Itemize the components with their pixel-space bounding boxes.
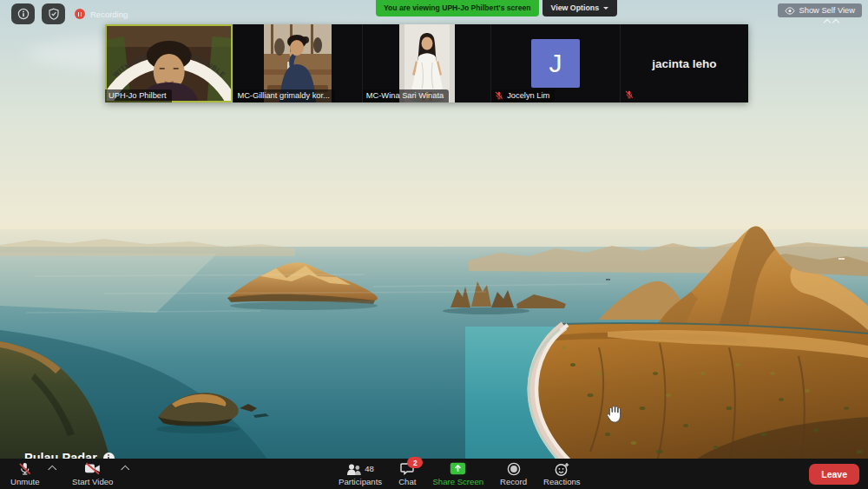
muted-mic-icon bbox=[625, 90, 634, 99]
view-options-label: View Options bbox=[551, 3, 600, 12]
participants-label: Participants bbox=[339, 478, 382, 486]
record-icon bbox=[507, 462, 521, 476]
video-tile-uph-jo-philbert[interactable]: WITH GOD POSSIBLE UPH-Jo Philbert bbox=[105, 24, 233, 102]
view-options-button[interactable]: View Options bbox=[542, 0, 618, 17]
participants-button[interactable]: 48 Participants bbox=[337, 459, 384, 489]
chevron-down-icon bbox=[603, 7, 608, 12]
name-label: MC-Wina Sari Winata bbox=[363, 89, 449, 102]
record-button[interactable]: Record bbox=[498, 459, 529, 489]
reactions-button[interactable]: Reactions bbox=[542, 459, 582, 489]
start-video-button[interactable]: Start Video bbox=[70, 459, 115, 489]
participant-name-centered: jacinta leho bbox=[621, 24, 748, 102]
audio-options-chevron-icon[interactable] bbox=[48, 466, 56, 473]
chat-button[interactable]: 2 Chat bbox=[397, 459, 418, 489]
video-tile-mc-wina[interactable]: MC-Wina Sari Winata bbox=[363, 24, 491, 102]
share-screen-button[interactable]: Share Screen bbox=[431, 459, 485, 489]
info-circle-icon bbox=[17, 8, 30, 20]
show-self-view-button[interactable]: Show Self View bbox=[778, 3, 862, 17]
shield-check-icon bbox=[48, 8, 60, 20]
recording-label: Recording bbox=[90, 10, 128, 19]
video-strip: WITH GOD POSSIBLE UPH-Jo Philbert bbox=[105, 24, 748, 102]
chat-badge: 2 bbox=[407, 457, 423, 468]
mic-muted-icon bbox=[17, 462, 32, 475]
participants-icon bbox=[346, 463, 361, 475]
video-tile-jacinta-leho[interactable]: jacinta leho bbox=[621, 24, 748, 102]
meeting-toolbar: Unmute Start Video bbox=[0, 459, 868, 489]
participants-count: 48 bbox=[365, 462, 374, 475]
share-screen-icon bbox=[450, 462, 466, 475]
avatar: J bbox=[531, 39, 580, 88]
unmute-label: Unmute bbox=[10, 478, 40, 486]
video-options-chevron-icon[interactable] bbox=[122, 466, 129, 473]
show-self-view-label: Show Self View bbox=[799, 6, 855, 15]
share-screen-label: Share Screen bbox=[432, 478, 483, 486]
name-label: UPH-Jo Philbert bbox=[105, 89, 172, 102]
chat-label: Chat bbox=[398, 478, 416, 486]
zoom-meeting-window: Pulau Padar Recording You are viewing UP… bbox=[0, 0, 868, 489]
screen-share-banner-row: You are viewing UPH-Jo Philbert's screen… bbox=[376, 0, 617, 17]
meeting-info-button[interactable] bbox=[11, 3, 35, 24]
recording-icon bbox=[75, 9, 85, 19]
muted-mic-icon bbox=[495, 91, 503, 100]
leave-button[interactable]: Leave bbox=[809, 464, 859, 485]
name-label: MC-Gilliant grimaldy kor... bbox=[233, 89, 334, 102]
record-label: Record bbox=[500, 478, 527, 486]
name-label: Jocelyn Lim bbox=[491, 89, 555, 102]
hand-cursor bbox=[605, 405, 621, 425]
start-video-label: Start Video bbox=[72, 478, 113, 486]
eye-icon bbox=[785, 7, 795, 15]
recording-indicator: Recording bbox=[75, 9, 128, 19]
screen-share-banner: You are viewing UPH-Jo Philbert's screen bbox=[376, 0, 539, 17]
video-tile-mc-gilliant[interactable]: MC-Gilliant grimaldy kor... bbox=[233, 24, 362, 102]
unmute-button[interactable]: Unmute bbox=[9, 459, 42, 489]
collapse-video-strip-icon[interactable] bbox=[825, 20, 838, 25]
video-off-icon bbox=[84, 462, 101, 475]
top-left-controls: Recording bbox=[11, 3, 128, 24]
reactions-label: Reactions bbox=[543, 478, 581, 486]
video-tile-jocelyn-lim[interactable]: J Jocelyn Lim bbox=[491, 24, 620, 102]
reactions-icon bbox=[555, 462, 569, 476]
security-button[interactable] bbox=[42, 3, 65, 24]
